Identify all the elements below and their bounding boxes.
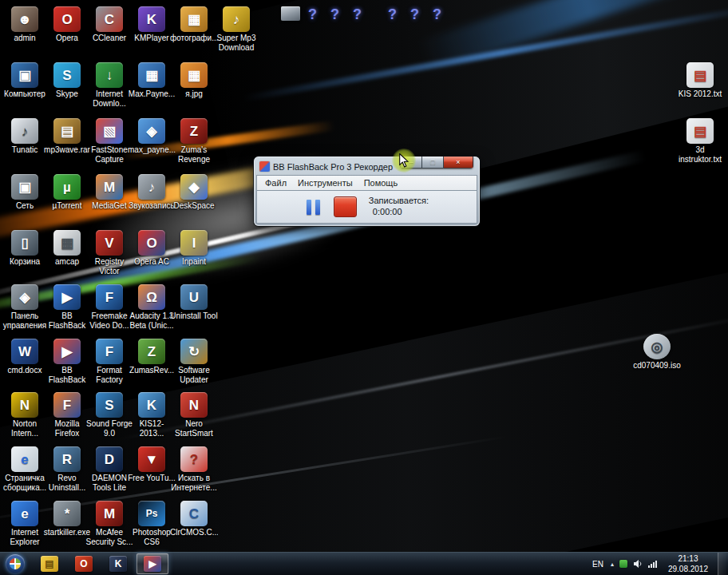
desktop-icon-искать-в-интернете[interactable]: ? Искать в Интернете...	[170, 446, 218, 499]
desktop-icon-inpaint[interactable]: I Inpaint	[170, 230, 218, 283]
desktop-icon-cmd-docx[interactable]: W cmd.docx	[1, 339, 49, 391]
desktop-icon-панель-управления[interactable]: ◈ Панель управления	[1, 284, 49, 337]
desktop-icon-label: Internet Explorer	[1, 528, 49, 546]
desktop-icon-image: Z	[138, 339, 165, 364]
show-desktop-button[interactable]	[718, 553, 726, 575]
desktop-icon-startkiller-exe[interactable]: * startkiller.exe	[43, 501, 91, 553]
taskbar-app-windows-explorer[interactable]: ▤	[34, 553, 65, 574]
desktop-icon-zuma-s-revenge[interactable]: Z Zuma's Revenge	[170, 118, 218, 171]
desktop-icon-software-updater[interactable]: ↻ Software Updater	[170, 339, 218, 391]
recording-timer: 0:00:00	[369, 207, 429, 218]
desktop-icon-free-youtu[interactable]: ▼ Free YouTu...	[128, 446, 176, 499]
network-icon[interactable]	[648, 559, 659, 569]
desktop-icon-norton-intern[interactable]: N Norton Intern...	[1, 392, 49, 445]
kmplayer-icon: K	[109, 556, 127, 572]
desktop-icon-internet-explorer[interactable]: e Internet Explorer	[1, 501, 49, 553]
desktop-icon-deskspace[interactable]: ◆ DeskSpace	[170, 174, 218, 227]
desktop-icon-корзина[interactable]: ▯ Корзина	[1, 230, 49, 283]
desktop-icon-clrcmos-c[interactable]: C ClrCMOS.C...	[170, 501, 218, 553]
desktop-icon-kmplayer[interactable]: K KMPlayer	[128, 6, 176, 59]
unknown-box-icon[interactable]	[281, 6, 300, 21]
maximize-button[interactable]: □	[422, 157, 444, 169]
desktop-icon-kis12-2013[interactable]: K KIS12-2013...	[128, 392, 176, 445]
desktop-icon-image: ♪	[223, 6, 250, 32]
taskbar-app-opera[interactable]: O	[68, 553, 100, 574]
desktop-icon-я-jpg[interactable]: ▦ я.jpg	[170, 62, 218, 115]
desktop-icon-label: Uninstall Tool	[170, 311, 218, 321]
missing-shortcut-icon[interactable]: ?	[308, 6, 317, 23]
desktop-icon-компьютер[interactable]: ▣ Компьютер	[1, 62, 49, 115]
volume-icon[interactable]	[633, 559, 643, 569]
desktop-icon-label: McAfee Security Sc...	[85, 528, 133, 546]
desktop-icon-sound-forge-9-0[interactable]: S Sound Forge 9.0	[85, 392, 133, 445]
kaspersky-icon[interactable]	[619, 560, 627, 568]
language-indicator[interactable]: EN	[591, 560, 605, 569]
desktop-icon-фотографи[interactable]: ▦ фотографи...	[170, 6, 218, 59]
desktop-icon-сеть[interactable]: ▣ Сеть	[1, 174, 49, 227]
desktop-icon-opera[interactable]: O Opera	[43, 6, 91, 59]
desktop-icon-image: Z	[180, 118, 208, 144]
desktop-icon-max-payne[interactable]: ▦ Max.Payne...	[128, 62, 176, 115]
desktop-icon-image: ▼	[138, 446, 165, 472]
desktop-icon-звукозапись[interactable]: ♪ Звукозапись	[128, 174, 176, 227]
desktop-icon-label: Opera AC	[128, 257, 176, 267]
missing-shortcut-icon[interactable]: ?	[330, 6, 339, 23]
desktop-icon-format-factory[interactable]: F Format Factory	[85, 339, 133, 391]
desktop-icon-kis-2012-txt[interactable]: ▤ KIS 2012.txt	[676, 62, 724, 115]
desktop-icon-image: ▶	[53, 284, 81, 310]
close-button[interactable]: ×	[444, 157, 473, 169]
desktop-icon-label: cd070409.iso	[633, 361, 681, 371]
desktop-icon-skype[interactable]: S Skype	[43, 62, 91, 115]
record-stop-button[interactable]	[334, 196, 357, 217]
start-button[interactable]	[1, 553, 30, 575]
taskbar-app-bb-flashback-recorder[interactable]: ▶	[136, 553, 168, 574]
desktop-icon-image: ▦	[180, 62, 208, 88]
desktop-icon-ccleaner[interactable]: C CCleaner	[85, 6, 133, 59]
desktop-icon-registry-victor[interactable]: V Registry Victor	[85, 230, 133, 283]
desktop-icon-cd070409-iso[interactable]: ◎ cd070409.iso	[633, 334, 681, 387]
desktop-icon-audacity-1-3-beta-unic[interactable]: Ω Audacity 1.3 Beta (Unic...	[128, 284, 176, 337]
desktop-icon-mediaget[interactable]: M MediaGet	[85, 174, 133, 227]
missing-shortcut-icon[interactable]: ?	[353, 6, 362, 23]
desktop-icon-internet-downlo[interactable]: ↓ Internet Downlo...	[85, 62, 133, 115]
desktop-icon-страничка-сборщика[interactable]: e Страничка сборщика...	[1, 446, 49, 499]
desktop-icon-max-payne[interactable]: ◈ max_payne...	[128, 118, 176, 171]
desktop-icon-revo-uninstall[interactable]: R Revo Uninstall...	[43, 446, 91, 499]
desktop-icon-amcap[interactable]: ▦ amcap	[43, 230, 91, 283]
desktop-icon-zumasrev[interactable]: Z ZumasRev...	[128, 339, 176, 391]
desktop-icon-opera-ac[interactable]: O Opera AC	[128, 230, 176, 283]
missing-shortcut-icon[interactable]: ?	[388, 6, 397, 23]
desktop-icon-uninstall-tool[interactable]: U Uninstall Tool	[170, 284, 218, 337]
desktop-icon-µtorrent[interactable]: µ µTorrent	[43, 174, 91, 227]
desktop-icon-freemake-video-do[interactable]: F Freemake Video Do...	[85, 284, 133, 337]
desktop-icon-bb-flashback-pro-3-recor[interactable]: ▶ BB FlashBack Pro 3 Recor...	[43, 339, 91, 391]
desktop-icon-admin[interactable]: ☻ admin	[1, 6, 49, 59]
desktop-icon-mozilla-firefox[interactable]: F Mozilla Firefox	[43, 392, 91, 445]
missing-shortcut-icon[interactable]: ?	[433, 6, 441, 23]
desktop-icon-tunatic[interactable]: ♪ Tunatic	[1, 118, 49, 171]
desktop-icon-label: фотографи...	[170, 34, 218, 43]
taskbar-apps: ▤ O K ▶	[34, 553, 168, 575]
clock-time: 21:13	[668, 553, 708, 564]
pause-button[interactable]	[305, 198, 322, 216]
desktop-icon-photoshop-cs6[interactable]: Ps Photoshop CS6	[128, 501, 176, 553]
desktop-icon-3d-instruktor-txt[interactable]: ▤ 3d instruktor.txt	[676, 118, 724, 171]
desktop-icon-super-mp3-download[interactable]: ♪ Super Mp3 Download	[212, 6, 260, 59]
menu-item-инструменты[interactable]: Инструменты	[292, 177, 358, 188]
desktop-icon-daemon-tools-lite[interactable]: D DAEMON Tools Lite	[85, 446, 133, 499]
desktop-icon-label: KMPlayer	[128, 34, 176, 43]
desktop-icon-mp3wave-rar[interactable]: ▤ mp3wave.rar	[43, 118, 91, 171]
desktop-icon-nero-startsmart[interactable]: N Nero StartSmart	[170, 392, 218, 445]
minimize-button[interactable]: –	[400, 157, 422, 169]
menu-item-помощь[interactable]: Помощь	[358, 177, 404, 188]
desktop-icon-image: ▤	[53, 118, 81, 144]
taskbar-clock[interactable]: 21:13 29.08.2012	[664, 553, 712, 574]
taskbar-app-kmplayer[interactable]: K	[102, 553, 134, 574]
desktop-icon-faststone-capture[interactable]: ▧ FastStone Capture	[85, 118, 133, 171]
desktop-icon-bb-flashback-pro-3-player[interactable]: ▶ BB FlashBack Pro 3 Player	[43, 284, 91, 337]
missing-shortcut-icon[interactable]: ?	[410, 6, 419, 23]
desktop-icon-mcafee-security-sc[interactable]: M McAfee Security Sc...	[85, 501, 133, 553]
desktop[interactable]: ☻ admin ▣ Компьютер ♪ Tunatic ▣ Сеть ▯ К…	[0, 0, 728, 575]
menu-item-файл[interactable]: Файл	[259, 177, 292, 188]
hidden-icons-chevron[interactable]: ▴	[611, 561, 614, 568]
